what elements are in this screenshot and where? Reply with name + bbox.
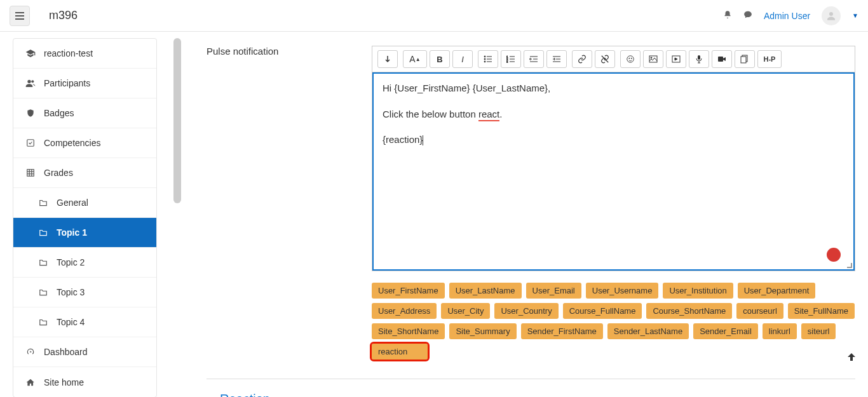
svg-point-2 <box>31 80 34 83</box>
placeholder-tag-user_email[interactable]: User_Email <box>526 283 581 299</box>
svg-rect-34 <box>718 57 723 62</box>
sidebar-scrollbar[interactable] <box>173 38 181 203</box>
sidebar-item-topic-1[interactable]: Topic 1 <box>13 218 156 248</box>
resize-handle[interactable] <box>846 262 852 268</box>
sidebar-item-topic-2[interactable]: Topic 2 <box>13 248 156 278</box>
user-avatar[interactable] <box>822 6 841 25</box>
placeholder-tag-user_firstname[interactable]: User_FirstName <box>372 283 445 299</box>
toolbar-video-button[interactable] <box>712 50 732 68</box>
sidebar-item-grades[interactable]: Grades <box>13 158 156 188</box>
home-icon <box>25 377 36 388</box>
placeholder-tag-user_username[interactable]: User_Username <box>586 283 659 299</box>
toolbar-unlink-button[interactable] <box>595 50 615 68</box>
sidebar-item-dashboard[interactable]: Dashboard <box>13 337 156 367</box>
sidebar-nav: reaction-testParticipantsBadgesCompetenc… <box>13 38 157 397</box>
section-reaction[interactable]: ▶ Reaction <box>207 379 855 397</box>
sidebar-item-topic-4[interactable]: Topic 4 <box>13 307 156 337</box>
user-menu-caret[interactable]: ▼ <box>852 12 858 19</box>
sidebar-item-participants[interactable]: Participants <box>13 69 156 98</box>
bell-icon[interactable] <box>723 10 732 21</box>
editor-line-2-pre: Click the below button <box>383 109 478 119</box>
sidebar-item-label: General <box>57 198 88 208</box>
sidebar-item-label: Topic 1 <box>57 227 87 238</box>
svg-rect-36 <box>741 57 746 63</box>
sidebar-item-general[interactable]: General <box>13 188 156 218</box>
placeholder-tag-user_department[interactable]: User_Department <box>738 283 816 299</box>
placeholder-tag-site_shortname[interactable]: Site_ShortName <box>372 323 445 339</box>
sidebar-item-label: Topic 2 <box>57 257 85 267</box>
sidebar-item-competencies[interactable]: Competencies <box>13 128 156 158</box>
hamburger-icon <box>15 12 24 20</box>
toolbar-link-button[interactable] <box>572 50 592 68</box>
editor-line-2-post: . <box>499 109 502 119</box>
placeholder-tag-siteurl[interactable]: siteurl <box>801 323 836 339</box>
main-wrap: reaction-testParticipantsBadgesCompetenc… <box>0 32 868 397</box>
sidebar-item-label: Badges <box>44 108 74 118</box>
placeholder-tag-user_address[interactable]: User_Address <box>372 303 437 319</box>
scroll-top-button[interactable] <box>846 352 857 365</box>
toolbar-outdent-button[interactable] <box>524 50 544 68</box>
toolbar-ol-button[interactable]: 123 <box>501 50 521 68</box>
sidebar-item-label: Site home <box>44 377 84 387</box>
toolbar-indent-button[interactable] <box>546 50 567 68</box>
sidebar-item-label: reaction-test <box>44 48 93 58</box>
hamburger-button[interactable] <box>10 6 30 26</box>
svg-text:3: 3 <box>506 60 508 63</box>
record-badge-icon[interactable] <box>827 248 841 262</box>
site-name: m396 <box>49 9 78 22</box>
shield-icon <box>25 107 36 119</box>
sidebar-item-label: Grades <box>44 168 73 178</box>
sidebar-item-badges[interactable]: Badges <box>13 98 156 128</box>
sidebar-item-reaction-test[interactable]: reaction-test <box>13 39 156 69</box>
toolbar-files-button[interactable] <box>735 50 755 68</box>
toolbar-emoji-button[interactable] <box>620 50 641 68</box>
chevron-right-icon: ▶ <box>207 395 212 398</box>
folder-icon <box>37 227 49 238</box>
placeholder-tag-sender_lastname[interactable]: Sender_LastName <box>607 323 689 339</box>
topbar-right: Admin User ▼ <box>723 6 858 25</box>
placeholder-tag-user_city[interactable]: User_City <box>441 303 490 319</box>
toolbar-italic-button[interactable]: I <box>452 50 473 68</box>
section-reaction-title: Reaction <box>220 392 270 397</box>
users-icon <box>25 77 36 89</box>
placeholder-tag-user_lastname[interactable]: User_LastName <box>449 283 522 299</box>
toolbar-styles-button[interactable]: A▲ <box>403 50 427 68</box>
toolbar-media-button[interactable] <box>666 50 686 68</box>
placeholder-tag-site_summary[interactable]: Site_Summary <box>449 323 516 339</box>
svg-rect-33 <box>698 55 700 60</box>
sidebar-item-label: Participants <box>44 78 90 88</box>
toolbar-ul-button[interactable] <box>478 50 498 68</box>
placeholder-tag-course_fullname[interactable]: Course_FullName <box>563 303 642 319</box>
editor-toolbar: A▲ B I 123 <box>372 46 855 72</box>
toolbar-expand-button[interactable] <box>377 50 398 68</box>
placeholder-tag-sender_firstname[interactable]: Sender_FirstName <box>521 323 603 339</box>
editor-wrap: A▲ B I 123 <box>372 46 855 271</box>
placeholder-tag-reaction[interactable]: reaction <box>372 344 428 360</box>
sidebar-item-label: Dashboard <box>44 347 88 357</box>
svg-point-13 <box>484 61 485 62</box>
check-square-icon <box>25 137 36 149</box>
toolbar-mic-button[interactable] <box>689 50 709 68</box>
placeholder-tag-course_shortname[interactable]: Course_ShortName <box>646 303 732 319</box>
placeholder-tag-user_country[interactable]: User_Country <box>494 303 558 319</box>
sidebar-item-site-home[interactable]: Site home <box>13 367 156 397</box>
sidebar-item-topic-3[interactable]: Topic 3 <box>13 278 156 307</box>
toolbar-h5p-button[interactable]: H-P <box>757 50 782 68</box>
svg-point-29 <box>631 58 632 58</box>
editor-textarea[interactable]: Hi {User_FirstName} {User_LastName}, Cli… <box>372 72 855 271</box>
toolbar-image-button[interactable] <box>643 50 663 68</box>
placeholder-tag-site_fullname[interactable]: Site_FullName <box>788 303 855 319</box>
placeholder-tag-linkurl[interactable]: linkurl <box>763 323 797 339</box>
topbar: m396 Admin User ▼ <box>0 0 868 32</box>
placeholder-tag-courseurl[interactable]: courseurl <box>736 303 783 319</box>
placeholder-tag-sender_email[interactable]: Sender_Email <box>693 323 758 339</box>
editor-line-2-underlined: react <box>478 109 499 121</box>
svg-point-1 <box>27 80 31 83</box>
chat-icon[interactable] <box>743 10 752 21</box>
svg-point-0 <box>829 12 833 16</box>
folder-icon <box>37 286 49 298</box>
user-name-link[interactable]: Admin User <box>764 11 810 21</box>
placeholder-tag-user_institution[interactable]: User_Institution <box>663 283 733 299</box>
folder-icon <box>37 197 49 208</box>
toolbar-bold-button[interactable]: B <box>430 50 450 68</box>
